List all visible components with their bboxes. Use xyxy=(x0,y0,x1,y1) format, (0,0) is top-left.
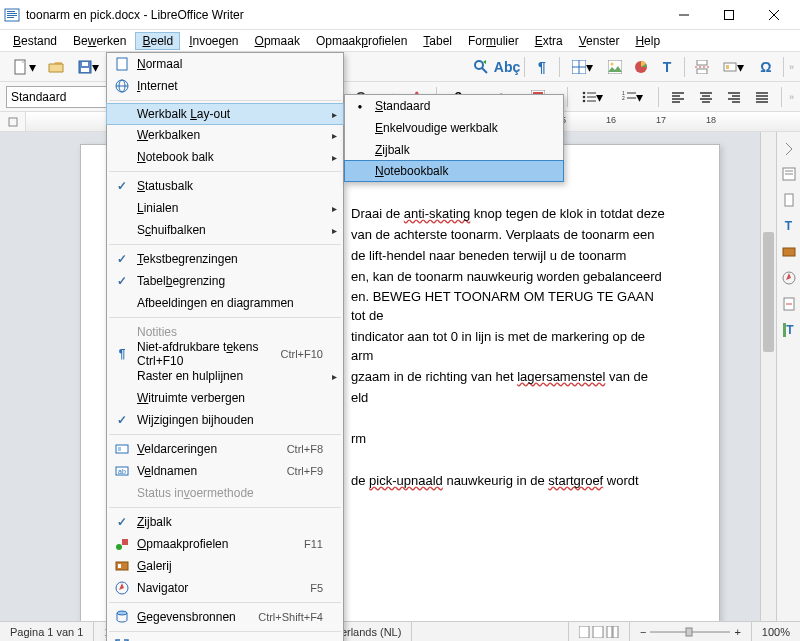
scrollbar-thumb[interactable] xyxy=(763,232,774,352)
menu-item-label: Schuifbalken xyxy=(133,223,323,237)
view-menu-item[interactable]: Internet xyxy=(107,75,343,97)
menu-extra[interactable]: Extra xyxy=(528,32,570,50)
manage-changes-panel-icon[interactable] xyxy=(779,294,799,314)
view-menu-item[interactable]: Volledig schermCtrl+Shift+J xyxy=(107,635,343,641)
save-button[interactable]: ▾ xyxy=(70,55,106,79)
svg-rect-80 xyxy=(116,562,128,570)
maximize-button[interactable] xyxy=(706,0,751,29)
paragraph-style-value: Standaard xyxy=(11,90,66,104)
insert-textbox-button[interactable]: T xyxy=(655,55,679,79)
zoom-in-icon[interactable]: + xyxy=(734,626,740,638)
insert-pagebreak-button[interactable] xyxy=(690,55,714,79)
view-menu-item[interactable]: ✓Tekstbegrenzingen xyxy=(107,248,343,270)
status-zoom[interactable]: 100% xyxy=(752,622,800,641)
view-menu-item[interactable]: ¶Niet-afdrukbare tekens Ctrl+F10Ctrl+F10 xyxy=(107,343,343,365)
view-menu-item[interactable]: Werkbalk Lay-out▸ xyxy=(106,103,344,125)
document-line[interactable]: de pick-upnaald nauwkeurig in de startgr… xyxy=(351,472,671,491)
view-menu-item[interactable]: ✓Tabelbegrenzing xyxy=(107,270,343,292)
document-line[interactable] xyxy=(351,409,671,428)
page-panel-icon[interactable] xyxy=(779,190,799,210)
insert-image-button[interactable] xyxy=(603,55,627,79)
align-justify-button[interactable] xyxy=(750,85,774,109)
spellcheck-button[interactable]: Abç xyxy=(495,55,519,79)
zoom-out-icon[interactable]: − xyxy=(640,626,646,638)
view-menu-item[interactable]: Linialen▸ xyxy=(107,197,343,219)
vertical-scrollbar[interactable] xyxy=(760,132,776,621)
menu-opmaakprofielen[interactable]: Opmaakprofielen xyxy=(309,32,414,50)
zoom-slider-track[interactable] xyxy=(650,627,730,637)
document-line[interactable]: rm xyxy=(351,430,671,449)
align-center-button[interactable] xyxy=(694,85,718,109)
menu-invoegen[interactable]: Invoegen xyxy=(182,32,245,50)
menu-venster[interactable]: Venster xyxy=(572,32,627,50)
view-menu-item[interactable]: abVeldnamenCtrl+F9 xyxy=(107,460,343,482)
bullet-list-button[interactable]: ▾ xyxy=(575,85,611,109)
document-line[interactable]: van de achterste toonarm. Verplaats de t… xyxy=(351,226,671,245)
submenu-arrow-icon: ▸ xyxy=(332,203,337,214)
document-line[interactable]: eld xyxy=(351,389,671,408)
view-menu-item[interactable]: ✓Wijzigingen bijhouden xyxy=(107,409,343,431)
align-left-button[interactable] xyxy=(666,85,690,109)
styles-panel-icon[interactable]: T xyxy=(779,216,799,236)
properties-panel-icon[interactable] xyxy=(779,164,799,184)
layout-submenu-item[interactable]: ●Standaard xyxy=(345,95,563,117)
gallery-panel-icon[interactable] xyxy=(779,242,799,262)
nonprinting-button[interactable]: ¶ xyxy=(530,55,554,79)
menu-help[interactable]: Help xyxy=(628,32,667,50)
document-line[interactable]: gzaam in de richting van het lagersamens… xyxy=(351,368,671,387)
new-doc-button[interactable]: ▾ xyxy=(6,55,42,79)
insert-table-button[interactable]: ▾ xyxy=(565,55,601,79)
menu-bestand[interactable]: Bestand xyxy=(6,32,64,50)
document-line[interactable]: Draai de anti-skating knop tegen de klok… xyxy=(351,205,671,224)
menu-beeld[interactable]: Beeld xyxy=(135,32,180,50)
menu-item-label: Tekstbegrenzingen xyxy=(133,252,323,266)
layout-submenu-item[interactable]: Zijbalk xyxy=(345,139,563,161)
menu-item-label: Status invoermethode xyxy=(133,486,323,500)
view-menu-item[interactable]: ✓Zijbalk xyxy=(107,511,343,533)
layout-submenu-item[interactable]: Notebookbalk xyxy=(344,160,564,182)
insert-field-button[interactable]: ▾ xyxy=(716,55,752,79)
view-menu-item[interactable]: NavigatorF5 xyxy=(107,577,343,599)
layout-submenu-item[interactable]: Enkelvoudige werkbalk xyxy=(345,117,563,139)
view-menu-item[interactable]: Afbeeldingen en diagrammen xyxy=(107,292,343,314)
document-line[interactable]: en, kan de toonarm nauwkeurig worden geb… xyxy=(351,268,671,287)
view-menu-item[interactable]: Notebook balk▸ xyxy=(107,146,343,168)
menu-tabel[interactable]: Tabel xyxy=(416,32,459,50)
view-menu-item[interactable]: Galerij xyxy=(107,555,343,577)
menu-formulier[interactable]: Formulier xyxy=(461,32,526,50)
document-line[interactable]: de lift-hendel naar beneden terwijl u de… xyxy=(351,247,671,266)
status-viewlayout[interactable] xyxy=(568,622,630,641)
view-menu-item[interactable]: Raster en hulplijnen▸ xyxy=(107,365,343,387)
svg-rect-1 xyxy=(7,11,15,12)
document-line[interactable]: tindicator aan tot 0 in lijn is met de m… xyxy=(351,328,671,366)
document-line[interactable] xyxy=(351,451,671,470)
view-menu-item[interactable]: GegevensbronnenCtrl+Shift+F4 xyxy=(107,606,343,628)
view-menu-item[interactable]: OpmaakprofielenF11 xyxy=(107,533,343,555)
menu-bewerken[interactable]: Bewerken xyxy=(66,32,133,50)
minimize-button[interactable] xyxy=(661,0,706,29)
sidebar-settings-icon[interactable] xyxy=(779,138,799,158)
close-button[interactable] xyxy=(751,0,796,29)
open-button[interactable] xyxy=(44,55,68,79)
view-menu-item[interactable]: Werkbalken▸ xyxy=(107,124,343,146)
window-title: toonarm en pick.docx - LibreOffice Write… xyxy=(26,8,661,22)
find-replace-button[interactable] xyxy=(469,55,493,79)
view-menu-item[interactable]: Normaal xyxy=(107,53,343,75)
status-page[interactable]: Pagina 1 van 1 xyxy=(0,622,94,641)
svg-rect-6 xyxy=(724,10,733,19)
menu-opmaak[interactable]: Opmaak xyxy=(248,32,307,50)
insert-special-char-button[interactable]: Ω xyxy=(754,55,778,79)
svg-text:ab: ab xyxy=(118,468,126,475)
view-menu-item[interactable]: VeldarceringenCtrl+F8 xyxy=(107,438,343,460)
style-inspector-icon[interactable]: T xyxy=(779,320,799,340)
insert-chart-button[interactable] xyxy=(629,55,653,79)
number-list-button[interactable]: 12▾ xyxy=(615,85,651,109)
document-line[interactable]: en. BEWEG HET TOONARM OM TERUG TE GAAN t… xyxy=(351,288,671,326)
zoom-slider[interactable]: − + xyxy=(630,622,752,641)
fields-icon xyxy=(111,442,133,456)
view-menu-item[interactable]: ✓Statusbalk xyxy=(107,175,343,197)
view-menu-item[interactable]: Schuifbalken▸ xyxy=(107,219,343,241)
view-menu-item[interactable]: Witruimte verbergen xyxy=(107,387,343,409)
navigator-panel-icon[interactable] xyxy=(779,268,799,288)
align-right-button[interactable] xyxy=(722,85,746,109)
